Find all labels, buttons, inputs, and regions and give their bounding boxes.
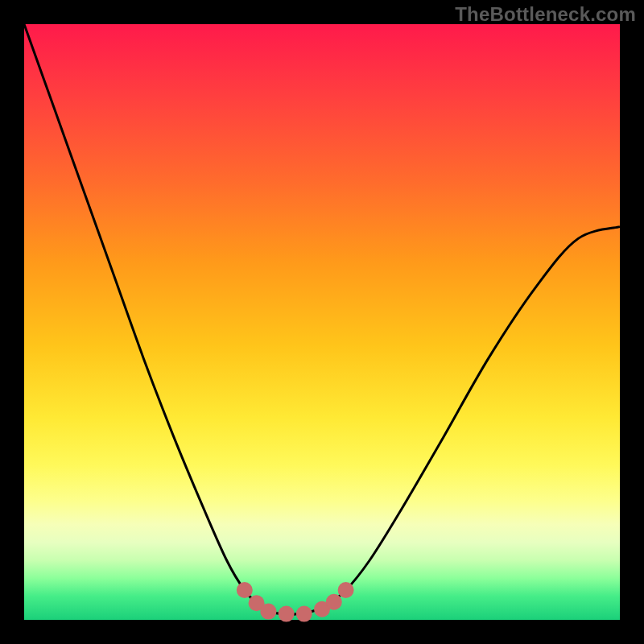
valley-marker xyxy=(237,582,253,598)
credit-text: TheBottleneck.com xyxy=(455,3,636,26)
outer-frame: TheBottleneck.com xyxy=(0,0,644,644)
valley-marker xyxy=(296,606,312,622)
plot-area xyxy=(24,24,620,620)
valley-marker xyxy=(279,606,295,622)
valley-marker xyxy=(326,594,342,610)
valley-marker xyxy=(338,582,354,598)
bottleneck-chart xyxy=(24,24,620,620)
valley-marker-group xyxy=(237,582,354,622)
bottleneck-curve-path xyxy=(24,24,620,615)
valley-marker xyxy=(260,604,276,620)
